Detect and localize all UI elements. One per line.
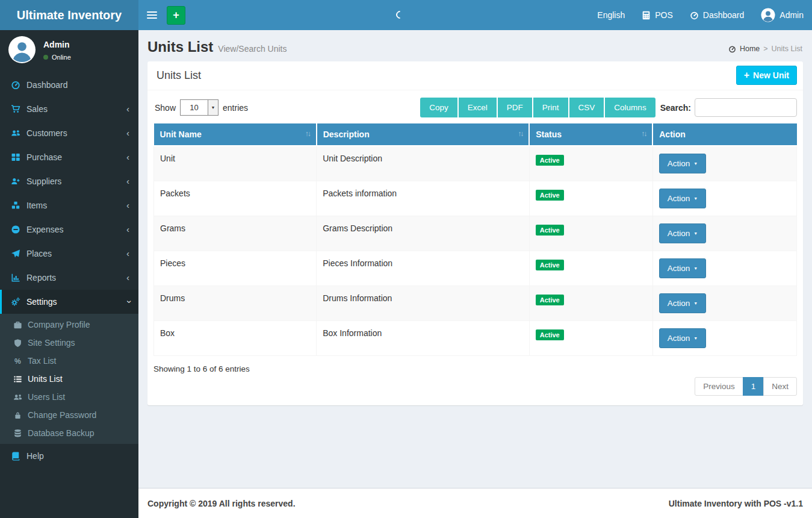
- unit-name-cell: Grams: [154, 216, 317, 251]
- sidebar-item-tax-list[interactable]: %Tax List: [0, 352, 138, 370]
- svg-text:%: %: [14, 357, 21, 365]
- column-header-unit-name[interactable]: Unit Name↑↓: [154, 123, 317, 146]
- sidebar-item-expenses[interactable]: Expenses‹: [0, 217, 138, 242]
- sidebar-item-users-list[interactable]: Users List: [0, 388, 138, 406]
- action-dropdown-button[interactable]: Action▼: [659, 223, 706, 243]
- dashboard-label: Dashboard: [703, 10, 745, 20]
- page-subtitle: View/Search Units: [218, 44, 287, 54]
- new-unit-button[interactable]: + New Unit: [736, 66, 797, 85]
- sort-icon: ↑↓: [305, 130, 310, 138]
- table-row: PacketsPackets informationActiveAction▼: [154, 181, 797, 216]
- search-label: Search:: [660, 103, 691, 113]
- export-button-pdf[interactable]: PDF: [498, 98, 532, 117]
- sidebar-item-sales[interactable]: Sales‹: [0, 97, 138, 121]
- action-button-label: Action: [668, 229, 690, 238]
- sidebar-subitem-label: Database Backup: [28, 428, 95, 438]
- lock-icon: [13, 411, 22, 420]
- action-cell: Action▼: [652, 216, 796, 251]
- sidebar-toggle-icon[interactable]: [138, 0, 166, 30]
- sidebar-item-label: Expenses: [26, 225, 63, 234]
- table-toolbar: Show 10 ▼ entries CopyExcelPDFPrintCSVCo…: [147, 90, 803, 123]
- action-dropdown-button[interactable]: Action▼: [659, 189, 706, 208]
- units-table: Unit Name↑↓Description↑↓Status↑↓Action U…: [153, 123, 797, 356]
- breadcrumb-current: Units List: [772, 45, 802, 53]
- units-table-wrap: Unit Name↑↓Description↑↓Status↑↓Action U…: [147, 123, 803, 356]
- quick-add-button[interactable]: +: [167, 6, 185, 25]
- column-header-label: Action: [659, 130, 686, 139]
- sidebar-item-database-backup[interactable]: Database Backup: [0, 424, 138, 442]
- page-footer: Copyright © 2019 All rights reserved. Ul…: [138, 488, 812, 518]
- sort-icon: ↑↓: [518, 130, 522, 138]
- loading-spinner-icon: [394, 9, 405, 20]
- sidebar-item-label: Places: [26, 249, 52, 258]
- footer-version: Ultimate Inventory with POS -v1.1: [669, 499, 803, 508]
- sidebar-user-panel: Admin Online: [0, 30, 138, 69]
- navbar-body: + English POS Dashboard Admin: [138, 0, 812, 30]
- footer-copyright: Copyright © 2019 All rights reserved.: [147, 499, 296, 508]
- action-dropdown-button[interactable]: Action▼: [659, 258, 706, 278]
- status-cell: Active: [529, 286, 652, 321]
- status-badge: Active: [536, 155, 564, 166]
- breadcrumb-home[interactable]: Home: [740, 45, 760, 53]
- export-button-copy[interactable]: Copy: [420, 98, 457, 117]
- pagination-previous[interactable]: Previous: [695, 377, 743, 396]
- column-header-action: Action: [652, 123, 796, 146]
- sidebar-item-purchase[interactable]: Purchase‹: [0, 145, 138, 169]
- sidebar: Admin Online DashboardSales‹Customers‹Pu…: [0, 30, 138, 518]
- user-menu[interactable]: Admin: [752, 0, 812, 30]
- sidebar-item-suppliers[interactable]: Suppliers‹: [0, 169, 138, 193]
- sidebar-item-change-password[interactable]: Change Password: [0, 406, 138, 424]
- column-header-status[interactable]: Status↑↓: [529, 123, 652, 146]
- description-cell: Grams Description: [317, 216, 530, 251]
- sidebar-submenu-settings: Company ProfileSite Settings%Tax ListUni…: [0, 314, 138, 444]
- action-cell: Action▼: [652, 251, 796, 286]
- page-size-select[interactable]: 10 ▼: [180, 99, 218, 116]
- action-dropdown-button[interactable]: Action▼: [659, 154, 706, 173]
- sidebar-item-label: Dashboard: [26, 80, 68, 90]
- export-button-columns[interactable]: Columns: [605, 98, 655, 117]
- chevron-left-icon: ‹: [126, 154, 129, 160]
- sidebar-item-label: Items: [26, 201, 47, 210]
- table-row: UnitUnit DescriptionActiveAction▼: [154, 146, 797, 181]
- user-avatar-icon: [761, 8, 775, 22]
- export-buttons: CopyExcelPDFPrintCSVColumns: [420, 98, 655, 117]
- status-cell: Active: [529, 321, 652, 356]
- pagination-next[interactable]: Next: [763, 377, 797, 396]
- search-input[interactable]: [695, 98, 797, 117]
- pos-link[interactable]: POS: [633, 0, 681, 30]
- list-icon: [13, 375, 22, 384]
- sidebar-item-label: Sales: [26, 104, 48, 114]
- description-cell: Drums Information: [317, 286, 530, 321]
- pos-label: POS: [655, 10, 673, 20]
- units-list-card: Units List + New Unit Show 10 ▼ entries …: [147, 61, 803, 405]
- action-dropdown-button[interactable]: Action▼: [659, 293, 706, 313]
- status-cell: Active: [529, 251, 652, 286]
- dashboard-link[interactable]: Dashboard: [681, 0, 753, 30]
- sidebar-item-site-settings[interactable]: Site Settings: [0, 334, 138, 352]
- user-status[interactable]: Online: [43, 54, 71, 61]
- table-header-row: Unit Name↑↓Description↑↓Status↑↓Action: [154, 123, 797, 146]
- pagination-page-1[interactable]: 1: [743, 377, 764, 396]
- action-dropdown-button[interactable]: Action▼: [659, 328, 706, 348]
- export-button-excel[interactable]: Excel: [459, 98, 497, 117]
- export-button-csv[interactable]: CSV: [569, 98, 604, 117]
- export-button-print[interactable]: Print: [533, 98, 568, 117]
- sidebar-item-items[interactable]: Items‹: [0, 193, 138, 217]
- sidebar-subitem-label: Users List: [28, 392, 65, 402]
- sidebar-item-settings[interactable]: Settings‹: [0, 290, 138, 314]
- breadcrumb-separator: >: [763, 45, 767, 53]
- sidebar-item-help[interactable]: Help: [0, 444, 138, 468]
- sidebar-item-company-profile[interactable]: Company Profile: [0, 316, 138, 334]
- sidebar-item-customers[interactable]: Customers‹: [0, 121, 138, 145]
- brand-logo[interactable]: Ultimate Inventory: [0, 0, 138, 30]
- unit-name-cell: Drums: [154, 286, 317, 321]
- description-cell: Pieces Information: [317, 251, 530, 286]
- language-menu[interactable]: English: [589, 0, 633, 30]
- table-summary: Showing 1 to 6 of 6 entries: [147, 356, 803, 373]
- sidebar-item-reports[interactable]: Reports‹: [0, 266, 138, 290]
- column-header-description[interactable]: Description↑↓: [317, 123, 530, 146]
- caret-down-icon: ▼: [693, 196, 698, 201]
- sidebar-item-units-list[interactable]: Units List: [0, 370, 138, 388]
- sidebar-item-dashboard[interactable]: Dashboard: [0, 73, 138, 97]
- sidebar-item-places[interactable]: Places‹: [0, 242, 138, 266]
